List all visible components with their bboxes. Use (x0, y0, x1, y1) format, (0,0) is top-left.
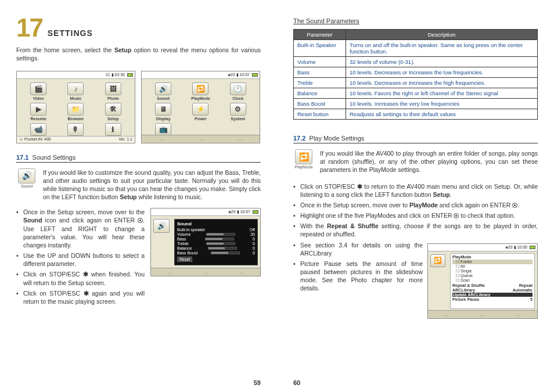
list-item: Once in the Setup screen, move over to t… (16, 208, 145, 249)
list-item: Highlight one of the five PlayModes and … (293, 211, 538, 220)
table-row: Bass Boost10 levels. Increases the very … (294, 99, 538, 109)
sound-settings-figure: ◈20 ▮ 10:07 🔊 Sound Built-in speakerOff … (150, 208, 261, 276)
table-row: Treble10 levels. Decreases or Increases … (294, 78, 538, 88)
sound-params-heading: The Sound Parameters (293, 17, 538, 24)
page-left: 17 SETTINGS From the home screen, select… (0, 0, 277, 392)
chapter-number: 17 (16, 17, 42, 38)
app-icon-resume: ▶Resume (21, 103, 55, 121)
setup-icon-sound: 🔊Sound (146, 82, 180, 100)
app-icon-setup: 🛠Setup (96, 103, 130, 121)
status-bar: ◈20 ▮ 10:07 (142, 71, 260, 79)
reset-button: Reset (177, 257, 192, 262)
intro-text: From the home screen, select the Setup o… (16, 46, 261, 62)
battery-icon (253, 210, 258, 214)
table-row: Built-in SpeakerTurns on and off the bui… (294, 40, 538, 57)
enter-icon (138, 218, 143, 223)
section-17-1-heading: 17.1 Sound Settings (16, 154, 261, 163)
home-icon-grid: 🎬Video ♪Music 🖼Photo ▶Resume 📁Browser 🛠S… (17, 79, 135, 142)
playmode-icon: 🔁 (295, 149, 312, 164)
section-17-1-body: 🔊 Sound If you would like to customize t… (16, 168, 261, 202)
esc-icon: ✱ (357, 183, 362, 190)
section-17-2-body: 🔁 PlayMode If you would like the AV400 t… (293, 149, 538, 174)
app-icon-browser: 📁Browser (59, 103, 92, 121)
sound-side-icon: 🔊 Sound (16, 168, 37, 202)
esc-icon: ✱ (83, 271, 88, 278)
table-row: Bass10 levels. Decreases or Increases th… (294, 67, 538, 78)
playmode-side-icon: 🔁 PlayMode (293, 149, 314, 174)
list-item: With the Repeat & Shuffle setting, choos… (293, 222, 538, 238)
page-right: The Sound Parameters Parameter Descripti… (277, 0, 554, 392)
list-item: Click on STOP/ESC ✱ when finished. You w… (16, 270, 145, 286)
playmode-bottombar: ……… (428, 310, 537, 318)
list-item: Picture Pause sets the amount of time pa… (293, 260, 538, 293)
table-row: Balance10 levels. Favors the right or le… (294, 88, 538, 99)
list-item: Once in the Setup screen, move over to P… (293, 201, 538, 209)
app-icon-music: ♪Music (59, 82, 92, 100)
setup-bottombar: ……… (142, 135, 260, 143)
table-row: Volume32 levels of volume (0-31). (294, 57, 538, 67)
list-item: Click on STOP/ESC ✱ again and you will r… (16, 289, 145, 305)
home-screen-figure: 31 ▮ 03:36 🎬Video ♪Music 🖼Photo ▶Resume … (16, 71, 135, 143)
page-number: 59 (254, 379, 261, 386)
home-footer: ☺ Pocket AV 400 Ver. 1.1 (17, 136, 135, 143)
status-bar: 31 ▮ 03:36 (17, 71, 135, 79)
list-item: See section 3.4 for details on using the… (293, 241, 538, 257)
section-17-2-heading: 17.2 Play Mode Settings (293, 135, 538, 143)
sound-bottombar: ……… (151, 268, 260, 276)
sound-params-table: Parameter Description Built-in SpeakerTu… (293, 29, 538, 120)
setup-screen-figure: ◈20 ▮ 10:07 🔊Sound 🔁PlayMode 🕐Clock 🖥Dis… (141, 71, 260, 143)
chapter-heading: 17 SETTINGS (16, 17, 261, 38)
setup-icon-grid: 🔊Sound 🔁PlayMode 🕐Clock 🖥Display ⚡Power … (142, 79, 260, 142)
enter-icon (512, 203, 517, 208)
speaker-icon: 🔊 (18, 168, 35, 184)
setup-icon-system: ⚙System (221, 103, 255, 121)
table-row: Reset buttonReadjusts all settings to th… (294, 109, 538, 120)
playmode-bullets-cont: See section 3.4 for details on using the… (293, 241, 538, 293)
list-item: Click on STOP/ESC ✱ to return to the AV4… (293, 182, 538, 199)
battery-icon (127, 73, 133, 77)
sound-bullets-wrap: Once in the Setup screen, move over to t… (16, 208, 261, 308)
status-bar: ◈20 ▮ 10:07 (151, 208, 260, 216)
sound-panel: Sound Built-in speakerOff Volume20 Bass0… (174, 219, 258, 265)
esc-icon: ✱ (84, 290, 89, 297)
playmode-bullets: Click on STOP/ESC ✱ to return to the AV4… (293, 182, 538, 239)
chapter-title: SETTINGS (48, 28, 93, 38)
screenshot-row: 31 ▮ 03:36 🎬Video ♪Music 🖼Photo ▶Resume … (16, 71, 261, 143)
setup-icon-power: ⚡Power (184, 103, 217, 121)
page-number: 60 (293, 379, 300, 386)
setup-icon-clock: 🕐Clock (221, 82, 255, 100)
list-item: Use the UP and DOWN buttons to select a … (16, 251, 145, 268)
setup-icon-playmode: 🔁PlayMode (184, 82, 217, 100)
app-icon-photo: 🖼Photo (96, 82, 130, 100)
speaker-icon: 🔊 (153, 219, 170, 233)
setup-icon-display: 🖥Display (146, 103, 180, 121)
sound-bullets: Once in the Setup screen, move over to t… (16, 208, 145, 308)
battery-icon (252, 73, 258, 77)
app-icon-video: 🎬Video (21, 82, 55, 100)
